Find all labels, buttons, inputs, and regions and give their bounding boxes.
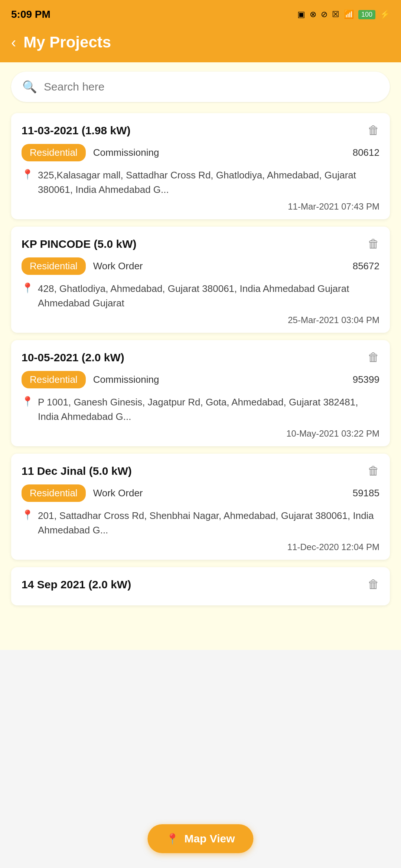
wifi-icon: 📶	[344, 10, 354, 19]
project-card[interactable]: 11-03-2021 (1.98 kW) 🗑 Residential Commi…	[11, 113, 390, 219]
project-card[interactable]: 11 Dec Jinal (5.0 kW) 🗑 Residential Work…	[11, 454, 390, 560]
card-header: 14 Sep 2021 (2.0 kW) 🗑	[22, 578, 379, 591]
location-icon: 📍	[22, 169, 33, 180]
card-title: KP PINCODE (5.0 kW)	[22, 238, 137, 250]
residential-badge: Residential	[22, 371, 86, 388]
card-meta: Residential Work Order 59185	[22, 484, 379, 502]
card-address: 📍 325,Kalasagar mall, Sattadhar Cross Rd…	[22, 168, 379, 197]
project-card[interactable]: 10-05-2021 (2.0 kW) 🗑 Residential Commis…	[11, 340, 390, 446]
card-code: 95399	[353, 374, 379, 385]
card-meta: Residential Commissioning 80612	[22, 144, 379, 161]
card-header: 10-05-2021 (2.0 kW) 🗑	[22, 351, 379, 364]
card-status: Work Order	[93, 487, 143, 499]
card-header: 11-03-2021 (1.98 kW) 🗑	[22, 124, 379, 137]
map-pin-icon: 📍	[166, 833, 179, 845]
page-title: My Projects	[23, 33, 111, 51]
back-button[interactable]: ‹	[11, 35, 16, 50]
location-off-icon: ⊗	[310, 10, 316, 19]
card-status: Commissioning	[93, 147, 159, 158]
card-header: 11 Dec Jinal (5.0 kW) 🗑	[22, 464, 379, 478]
delete-button[interactable]: 🗑	[368, 124, 379, 137]
cast-off-icon: ⊘	[321, 10, 327, 19]
card-date: 11-Dec-2020 12:04 PM	[22, 542, 379, 552]
card-title: 10-05-2021 (2.0 kW)	[22, 351, 124, 364]
card-date: 25-Mar-2021 03:04 PM	[22, 315, 379, 325]
card-meta: Residential Work Order 85672	[22, 257, 379, 275]
card-address: 📍 428, Ghatlodiya, Ahmedabad, Gujarat 38…	[22, 282, 379, 310]
card-code: 85672	[353, 260, 379, 272]
project-card[interactable]: KP PINCODE (5.0 kW) 🗑 Residential Work O…	[11, 227, 390, 333]
card-date: 10-May-2021 03:22 PM	[22, 428, 379, 439]
card-date: 11-Mar-2021 07:43 PM	[22, 201, 379, 212]
map-view-label: Map View	[184, 832, 235, 845]
status-icons: ▣ ⊗ ⊘ ☒ 📶 100 ⚡	[297, 10, 390, 19]
delete-button[interactable]: 🗑	[368, 464, 379, 478]
card-title: 11 Dec Jinal (5.0 kW)	[22, 465, 132, 477]
search-box: 🔍	[11, 72, 390, 102]
card-title: 14 Sep 2021 (2.0 kW)	[22, 578, 131, 591]
location-icon: 📍	[22, 282, 33, 294]
status-time: 5:09 PM	[11, 9, 50, 20]
status-bar: 5:09 PM ▣ ⊗ ⊘ ☒ 📶 100 ⚡	[0, 0, 401, 26]
delete-button[interactable]: 🗑	[368, 237, 379, 251]
card-code: 59185	[353, 487, 379, 499]
search-container: 🔍	[0, 62, 401, 106]
card-address-text: P 1001, Ganesh Ginesis, Jagatpur Rd, Got…	[38, 395, 379, 424]
charging-icon: ⚡	[380, 10, 390, 19]
search-icon: 🔍	[22, 80, 37, 94]
card-address: 📍 P 1001, Ganesh Ginesis, Jagatpur Rd, G…	[22, 395, 379, 424]
map-view-button-wrap: 📍 Map View	[147, 824, 253, 853]
delete-button[interactable]: 🗑	[368, 578, 379, 591]
residential-badge: Residential	[22, 257, 86, 275]
delete-button[interactable]: 🗑	[368, 351, 379, 364]
card-status: Work Order	[93, 260, 143, 272]
card-address-text: 325,Kalasagar mall, Sattadhar Cross Rd, …	[38, 168, 379, 197]
app-header: ‹ My Projects	[0, 26, 401, 62]
battery-indicator: 100	[358, 10, 375, 19]
project-card[interactable]: 14 Sep 2021 (2.0 kW) 🗑	[11, 567, 390, 605]
search-input[interactable]	[44, 80, 379, 93]
sim-icon: ▣	[297, 10, 305, 19]
card-address-text: 428, Ghatlodiya, Ahmedabad, Gujarat 3800…	[38, 282, 379, 310]
card-header: KP PINCODE (5.0 kW) 🗑	[22, 237, 379, 251]
location-icon: 📍	[22, 396, 33, 407]
notification-icon: ☒	[332, 10, 339, 19]
residential-badge: Residential	[22, 144, 86, 161]
card-title: 11-03-2021 (1.98 kW)	[22, 124, 131, 137]
card-meta: Residential Commissioning 95399	[22, 371, 379, 388]
map-view-button[interactable]: 📍 Map View	[147, 824, 253, 853]
card-status: Commissioning	[93, 374, 159, 385]
card-address: 📍 201, Sattadhar Cross Rd, Shenbhai Naga…	[22, 509, 379, 537]
location-icon: 📍	[22, 509, 33, 521]
cards-container: 11-03-2021 (1.98 kW) 🗑 Residential Commi…	[0, 106, 401, 650]
card-code: 80612	[353, 147, 379, 158]
residential-badge: Residential	[22, 484, 86, 502]
card-address-text: 201, Sattadhar Cross Rd, Shenbhai Nagar,…	[38, 509, 379, 537]
